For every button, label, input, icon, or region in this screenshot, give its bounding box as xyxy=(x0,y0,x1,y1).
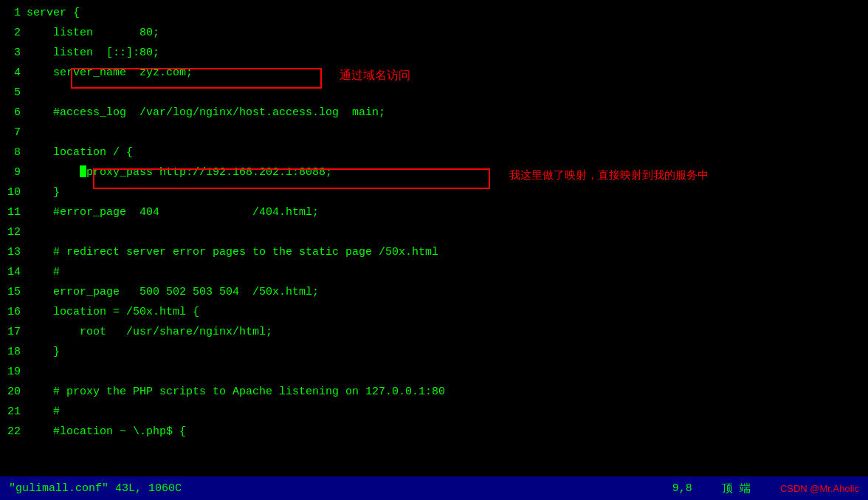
code-editor: 1 server { 2 listen 80; 3 listen [::]:80… xyxy=(0,0,868,476)
line-num-22: 22 xyxy=(0,422,27,442)
line-3: 3 listen [::]:80; xyxy=(0,43,868,63)
line-18: 18 } xyxy=(0,342,868,362)
line-num-8: 8 xyxy=(0,143,27,162)
line-8: 8 location / { xyxy=(0,143,868,162)
line-content-4: server_name zyz.com; xyxy=(27,63,868,83)
line-num-15: 15 xyxy=(0,282,27,302)
line-num-12: 12 xyxy=(0,222,27,242)
line-5: 5 xyxy=(0,83,868,103)
line-content-1: server { xyxy=(27,3,868,23)
line-6: 6 #access_log /var/log/nginx/host.access… xyxy=(0,103,868,123)
line-num-5: 5 xyxy=(0,83,27,103)
line-content-13: # redirect server error pages to the sta… xyxy=(27,242,868,262)
line-13: 13 # redirect server error pages to the … xyxy=(0,242,868,262)
line-num-7: 7 xyxy=(0,123,27,143)
line-num-17: 17 xyxy=(0,322,27,342)
line-num-19: 19 xyxy=(0,362,27,382)
line-num-14: 14 xyxy=(0,262,27,282)
line-num-4: 4 xyxy=(0,63,27,83)
line-20: 20 # proxy the PHP scripts to Apache lis… xyxy=(0,382,868,402)
line-num-13: 13 xyxy=(0,242,27,262)
text-cursor xyxy=(80,165,86,177)
line-num-1: 1 xyxy=(0,3,27,23)
statusbar-file: "gulimall.conf" 43L, 1060C xyxy=(9,482,182,495)
statusbar-right: 9,8 顶 端 CSDN @Mr.Aholic xyxy=(672,482,859,496)
line-content-22: #location ~ \.php$ { xyxy=(27,422,868,442)
line-content-21: # xyxy=(27,402,868,422)
line-15: 15 error_page 500 502 503 504 /50x.html; xyxy=(0,282,868,302)
line-9: 9 proxy_pass http://192.168.202.1:8088; xyxy=(0,162,868,182)
statusbar-top: 顶 端 xyxy=(722,482,751,496)
line-content-9: proxy_pass http://192.168.202.1:8088; xyxy=(27,162,868,182)
line-content-8: location / { xyxy=(27,143,868,162)
line-content-20: # proxy the PHP scripts to Apache listen… xyxy=(27,382,868,402)
line-content-3: listen [::]:80; xyxy=(27,43,868,63)
line-content-15: error_page 500 502 503 504 /50x.html; xyxy=(27,282,868,302)
line-num-6: 6 xyxy=(0,103,27,123)
line-4: 4 server_name zyz.com; xyxy=(0,63,868,83)
line-19: 19 xyxy=(0,362,868,382)
line-21: 21 # xyxy=(0,402,868,422)
line-22: 22 #location ~ \.php$ { xyxy=(0,422,868,442)
line-content-18: } xyxy=(27,342,868,362)
line-7: 7 xyxy=(0,123,868,143)
line-content-16: location = /50x.html { xyxy=(27,302,868,322)
line-16: 16 location = /50x.html { xyxy=(0,302,868,322)
line-content-17: root /usr/share/nginx/html; xyxy=(27,322,868,342)
line-12: 12 xyxy=(0,222,868,242)
line-num-18: 18 xyxy=(0,342,27,362)
line-content-6: #access_log /var/log/nginx/host.access.l… xyxy=(27,103,868,123)
line-num-20: 20 xyxy=(0,382,27,402)
line-content-11: #error_page 404 /404.html; xyxy=(27,202,868,222)
line-14: 14 # xyxy=(0,262,868,282)
line-num-21: 21 xyxy=(0,402,27,422)
line-num-11: 11 xyxy=(0,202,27,222)
statusbar-pos: 9,8 xyxy=(672,482,692,495)
line-2: 2 listen 80; xyxy=(0,23,868,43)
line-10: 10 } xyxy=(0,182,868,202)
line-num-16: 16 xyxy=(0,302,27,322)
line-content-10: } xyxy=(27,182,868,202)
line-num-9: 9 xyxy=(0,162,27,182)
line-num-10: 10 xyxy=(0,182,27,202)
line-content-14: # xyxy=(27,262,868,282)
line-num-2: 2 xyxy=(0,23,27,43)
line-num-3: 3 xyxy=(0,43,27,63)
line-11: 11 #error_page 404 /404.html; xyxy=(0,202,868,222)
line-17: 17 root /usr/share/nginx/html; xyxy=(0,322,868,342)
line-1: 1 server { xyxy=(0,3,868,23)
statusbar-csdn: CSDN @Mr.Aholic xyxy=(780,483,859,494)
line-content-2: listen 80; xyxy=(27,23,868,43)
statusbar: "gulimall.conf" 43L, 1060C 9,8 顶 端 CSDN … xyxy=(0,476,868,500)
